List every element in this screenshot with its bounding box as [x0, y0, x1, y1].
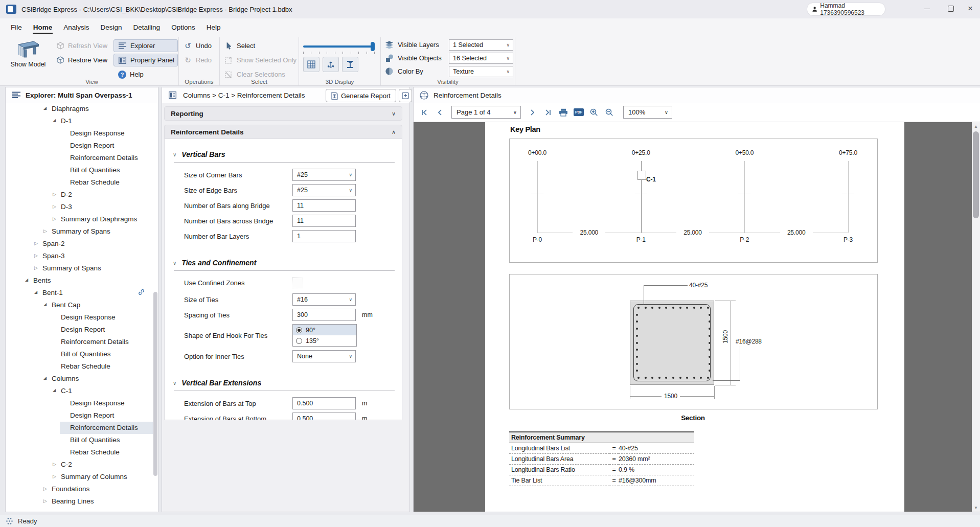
export-pdf-button[interactable]: PDF	[572, 106, 585, 119]
3d-display-slider[interactable]	[303, 41, 375, 52]
expand-arrow-icon[interactable]: ▷	[43, 486, 47, 491]
radio-option-135[interactable]: 135°	[293, 335, 356, 346]
tree-item-bearing-lines[interactable]: ▷Bearing Lines	[6, 495, 158, 508]
tree-item-reinforcement-details[interactable]: Reinforcement Details	[6, 152, 158, 164]
undo-button[interactable]: ↺ Undo	[179, 39, 219, 52]
expand-arrow-icon[interactable]: ▷	[34, 253, 38, 258]
input-number-of-bars-across-bridge[interactable]: 11	[292, 215, 356, 227]
scroll-down-arrow[interactable]: ▼	[972, 503, 980, 512]
tree-item-design-response[interactable]: Design Response	[6, 127, 158, 140]
tree-item-bill-of-quantities[interactable]: Bill of Quantities	[6, 348, 158, 360]
color-by-dropdown[interactable]: Texture∨	[449, 66, 513, 77]
details-section-header[interactable]: Reinforcement Details ∧	[164, 125, 402, 139]
dropdown-size-of-edge-bars[interactable]: #25∨	[292, 184, 356, 196]
menu-analysis[interactable]: Analysis	[58, 20, 95, 35]
viewer-scroll-thumb[interactable]	[973, 131, 979, 218]
dropdown-size-of-ties[interactable]: #16∨	[292, 293, 356, 306]
tree-item-design-report[interactable]: Design Report	[6, 409, 158, 422]
redo-button[interactable]: ↻ Redo	[179, 54, 219, 66]
expand-arrow-icon[interactable]: ▷	[53, 192, 56, 197]
tree-item-d-2[interactable]: ▷D-2	[6, 189, 158, 201]
tree-item-design-report[interactable]: Design Report	[6, 140, 158, 152]
expand-arrow-icon[interactable]: ▷	[43, 228, 47, 234]
tree-item-design-response[interactable]: Design Response	[6, 397, 158, 409]
user-account-button[interactable]: Hammad 1736390596523	[807, 3, 885, 16]
tree-item-bent-1[interactable]: ◢Bent-1	[6, 287, 158, 299]
tree-item-bent-cap[interactable]: ◢Bent Cap	[6, 299, 158, 311]
tree-item-c-2[interactable]: ▷C-2	[6, 459, 158, 471]
tree-item-summary-of-spans[interactable]: ▷Summary of Spans	[6, 262, 158, 274]
zoom-out-button[interactable]	[603, 106, 616, 119]
tree-item-columns[interactable]: ◢Columns	[6, 373, 158, 385]
tree-item-rebar-schedule[interactable]: Rebar Schedule	[6, 446, 158, 459]
first-page-button[interactable]	[418, 106, 431, 119]
input-extension-of-bars-at-top[interactable]: 0.500	[292, 397, 356, 409]
reporting-section-header[interactable]: Reporting ∨	[164, 106, 402, 121]
tree-item-design-response[interactable]: Design Response	[6, 311, 158, 324]
input-spacing-of-ties[interactable]: 300	[292, 309, 356, 321]
extrude-button[interactable]	[342, 57, 358, 72]
show-selected-only-button[interactable]: Show Selected Only	[220, 54, 299, 66]
tree-item-summary-of-columns[interactable]: ▷Summary of Columns	[6, 471, 158, 483]
subsection-header-ties-and-confinement[interactable]: ∨Ties and Confinement	[173, 259, 395, 267]
tree-item-rebar-schedule[interactable]: Rebar Schedule	[6, 360, 158, 373]
menu-design[interactable]: Design	[95, 20, 128, 35]
menu-file[interactable]: File	[5, 20, 28, 35]
collapse-arrow-icon[interactable]: ◢	[43, 302, 47, 307]
tree-item-summary-of-spans[interactable]: ▷Summary of Spans	[6, 225, 158, 238]
previous-page-button[interactable]	[433, 106, 446, 119]
subsection-header-vertical-bar-extensions[interactable]: ∨Vertical Bar Extensions	[173, 379, 395, 387]
collapse-arrow-icon[interactable]: ◢	[25, 278, 28, 282]
collapse-arrow-icon[interactable]: ◢	[43, 106, 47, 110]
restore-view-button[interactable]: Restore View	[51, 54, 113, 66]
print-button[interactable]	[557, 106, 570, 119]
last-page-button[interactable]	[541, 106, 555, 119]
tree-item-design-report[interactable]: Design Report	[6, 324, 158, 336]
radio-option-90[interactable]: 90°	[293, 325, 356, 335]
collapse-arrow-icon[interactable]: ◢	[43, 376, 47, 380]
expand-arrow-icon[interactable]: ▷	[53, 216, 56, 221]
input-extension-of-bars-at-bottom[interactable]: 0.500	[292, 413, 356, 420]
move-axes-button[interactable]	[323, 57, 339, 72]
zoom-in-button[interactable]	[587, 106, 601, 119]
scroll-up-arrow[interactable]: ▲	[972, 122, 980, 130]
dropdown-option-for-inner-ties[interactable]: None∨	[292, 350, 356, 362]
tree-item-rebar-schedule[interactable]: Rebar Schedule	[6, 176, 158, 189]
expand-arrow-icon[interactable]: ▷	[53, 204, 56, 209]
generate-report-button[interactable]: Generate Report	[326, 89, 396, 102]
minimize-button[interactable]	[918, 1, 936, 16]
select-button[interactable]: Select	[220, 39, 299, 52]
menu-help[interactable]: Help	[201, 20, 226, 35]
tree-item-foundations[interactable]: ▷Foundations	[6, 483, 158, 495]
open-report-button[interactable]	[399, 89, 412, 102]
tree-item-span-3[interactable]: ▷Span-3	[6, 250, 158, 262]
input-number-of-bar-layers[interactable]: 1	[292, 230, 356, 242]
maximize-button[interactable]	[942, 1, 960, 16]
viewer-scrollbar[interactable]: ▲ ▼	[972, 122, 980, 512]
tree-item-summary-of-diaphragms[interactable]: ▷Summary of Diaphragms	[6, 213, 158, 225]
visible-objects-dropdown[interactable]: 16 Selected∨	[449, 53, 513, 64]
input-number-of-bars-along-bridge[interactable]: 11	[292, 199, 356, 212]
collapse-arrow-icon[interactable]: ◢	[53, 388, 56, 393]
page-select-dropdown[interactable]: Page 1 of 4 ∨	[451, 106, 521, 119]
tree-item-bill-of-quantities[interactable]: Bill of Quantities	[6, 434, 158, 446]
tree-item-d-1[interactable]: ◢D-1	[6, 115, 158, 127]
explorer-toggle-button[interactable]: Explorer	[113, 39, 178, 52]
close-button[interactable]: ×	[962, 1, 979, 16]
tree-item-bents[interactable]: ◢Bents	[6, 274, 158, 287]
refresh-view-button[interactable]: Refresh View	[51, 39, 113, 52]
property-panel-toggle-button[interactable]: Property Panel	[113, 54, 178, 66]
collapse-arrow-icon[interactable]: ◢	[34, 290, 37, 294]
grid-display-button[interactable]	[303, 57, 320, 72]
dropdown-size-of-corner-bars[interactable]: #25∨	[292, 169, 356, 181]
tree-item-d-3[interactable]: ▷D-3	[6, 201, 158, 213]
subsection-header-vertical-bars[interactable]: ∨Vertical Bars	[173, 150, 395, 158]
menu-detailing[interactable]: Detailing	[128, 20, 166, 35]
menu-options[interactable]: Options	[166, 20, 201, 35]
visible-layers-dropdown[interactable]: 1 Selected∨	[449, 39, 513, 51]
zoom-level-dropdown[interactable]: 100% ∨	[623, 106, 672, 119]
tree-item-reinforcement-details[interactable]: Reinforcement Details	[6, 422, 158, 434]
expand-arrow-icon[interactable]: ▷	[53, 474, 56, 479]
tree-item-diaphragms[interactable]: ◢Diaphragms	[6, 103, 158, 115]
tree-item-span-2[interactable]: ▷Span-2	[6, 238, 158, 250]
